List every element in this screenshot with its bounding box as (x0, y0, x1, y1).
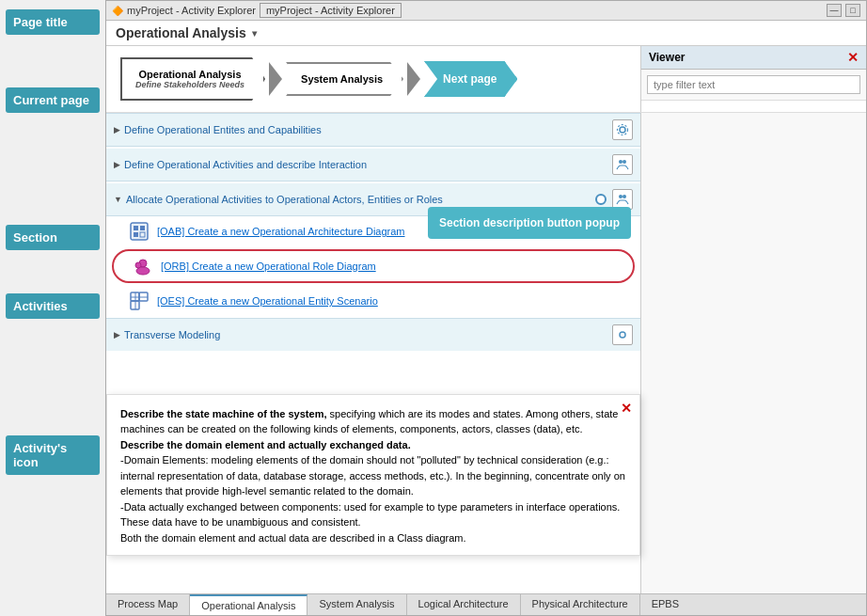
minimize-button[interactable]: — (827, 4, 842, 17)
transverse-row[interactable]: ▶ Transverse Modeling (106, 318, 640, 351)
viewer-panel: Viewer ✕ (640, 46, 866, 112)
activity-icon-oab (129, 221, 150, 242)
flow-arrow-2 (407, 62, 420, 96)
section-row-2[interactable]: ▶ Define Operational Activities and desc… (106, 149, 640, 182)
page-heading: Operational Analysis ▾ (106, 21, 866, 46)
annotation-panel: Page title Current page Section Activiti… (0, 0, 105, 616)
section-1-triangle: ▶ (114, 125, 120, 134)
annotation-section: Section (6, 225, 100, 250)
dropdown-arrow-icon[interactable]: ▾ (252, 28, 257, 39)
activity-row-oes[interactable]: [OES] Create a new Operational Entity Sc… (106, 286, 640, 316)
tab-system-analysis[interactable]: System Analysis (307, 594, 406, 615)
title-bar-controls[interactable]: — □ (827, 4, 860, 17)
svg-point-13 (135, 262, 141, 268)
activities-panel: ▶ Define Operational Entites and Capabil… (106, 113, 640, 593)
app-icon: 🔶 (112, 6, 123, 16)
tab-logical-architecture[interactable]: Logical Architecture (407, 594, 521, 615)
annotation-page-title: Page title (6, 9, 100, 35)
svg-rect-9 (134, 232, 138, 237)
transverse-icon-btn[interactable] (612, 324, 633, 345)
section-2-label: Define Operational Activities and descri… (124, 159, 608, 170)
activity-icon-oes (129, 291, 150, 311)
viewer-panel-right (640, 113, 866, 593)
flow-step-next-page[interactable]: Next page (424, 61, 517, 97)
title-bar: 🔶 myProject - Activity Explorer myProjec… (106, 1, 866, 21)
section-1-icon-btn[interactable] (612, 119, 633, 140)
svg-point-3 (623, 160, 626, 164)
description-popup: ✕ Describe the state machine of the syst… (106, 394, 640, 557)
section-row-1[interactable]: ▶ Define Operational Entites and Capabil… (106, 113, 640, 147)
viewer-filter-area (641, 70, 866, 101)
annotation-activities: Activities (6, 293, 100, 319)
popup-para-1: Describe the state machine of the system… (120, 406, 626, 437)
svg-rect-8 (140, 226, 145, 230)
flow-step-operational-analysis[interactable]: Operational Analysis Define Stakeholders… (120, 57, 265, 101)
svg-point-19 (620, 332, 625, 338)
tab-process-map[interactable]: Process Map (106, 594, 190, 615)
popup-para-3: -Domain Elements: modeling elements of t… (120, 452, 626, 530)
svg-rect-7 (134, 226, 138, 230)
section-3-people-icon (616, 193, 629, 206)
svg-point-4 (619, 195, 623, 198)
flow-step-1-label: Operational Analysis (135, 69, 244, 80)
section-1-label: Define Operational Entites and Capabilit… (124, 124, 608, 135)
viewer-content (641, 101, 866, 112)
annotation-activity-icon: Activity's icon (6, 435, 100, 475)
title-bar-text: myProject - Activity Explorer (127, 5, 256, 16)
flow-arrow-1 (269, 62, 282, 96)
activity-icon-orb (133, 256, 153, 276)
tab-epbs[interactable]: EPBS (640, 594, 690, 615)
flow-step-system-analysis[interactable]: System Analysis (286, 62, 403, 96)
maximize-button[interactable]: □ (845, 4, 860, 17)
section-3-connector (595, 194, 607, 205)
tab-operational-analysis[interactable]: Operational Analysis (190, 594, 307, 615)
activity-label-orb[interactable]: [ORB] Create a new Operational Role Diag… (161, 261, 376, 272)
svg-point-2 (619, 160, 623, 164)
viewer-filter-input[interactable] (647, 75, 860, 94)
viewer-title: Viewer (649, 51, 685, 64)
section-1-gear-icon (616, 123, 629, 136)
popup-para-2: Describe the domain element and actually… (120, 437, 626, 453)
section-desc-callout: Section description button popup (428, 207, 631, 239)
flow-step-3-label: Next page (443, 72, 497, 86)
transverse-gear-icon (616, 328, 629, 341)
flow-step-1-subtitle: Define Stakeholders Needs (135, 80, 244, 89)
flow-step-2-label: System Analysis (301, 73, 383, 85)
popup-para-4: Both the domain element and actual data … (120, 530, 626, 546)
popup-close-button[interactable]: ✕ (621, 399, 632, 419)
section-3-label: Allocate Operational Activities to Opera… (126, 194, 591, 205)
transverse-triangle: ▶ (114, 330, 120, 340)
viewer-close-button[interactable]: ✕ (847, 50, 859, 65)
svg-point-1 (618, 125, 628, 135)
main-content: 🔶 myProject - Activity Explorer myProjec… (105, 0, 867, 616)
bottom-tabs: Process Map Operational Analysis System … (106, 593, 866, 615)
svg-point-0 (620, 127, 625, 133)
title-bar-tab: myProject - Activity Explorer (260, 3, 402, 18)
activity-label-oes[interactable]: [OES] Create a new Operational Entity Sc… (157, 295, 378, 307)
title-bar-left: 🔶 myProject - Activity Explorer myProjec… (112, 3, 402, 18)
section-2-icon-btn[interactable] (612, 154, 633, 175)
viewer-header: Viewer ✕ (641, 46, 866, 70)
section-2-triangle: ▶ (114, 160, 120, 169)
annotation-current-page: Current page (6, 87, 100, 113)
activity-row-orb[interactable]: [ORB] Create a new Operational Role Diag… (112, 249, 635, 283)
process-flow: Operational Analysis Define Stakeholders… (106, 46, 640, 112)
page-title: Operational Analysis (116, 25, 246, 40)
tab-physical-architecture[interactable]: Physical Architecture (521, 594, 640, 615)
activity-label-oab[interactable]: [OAB] Create a new Operational Architect… (157, 226, 405, 237)
section-3-triangle: ▼ (114, 195, 122, 204)
transverse-label: Transverse Modeling (124, 329, 608, 340)
svg-point-5 (623, 195, 626, 198)
section-2-people-icon (616, 158, 629, 171)
